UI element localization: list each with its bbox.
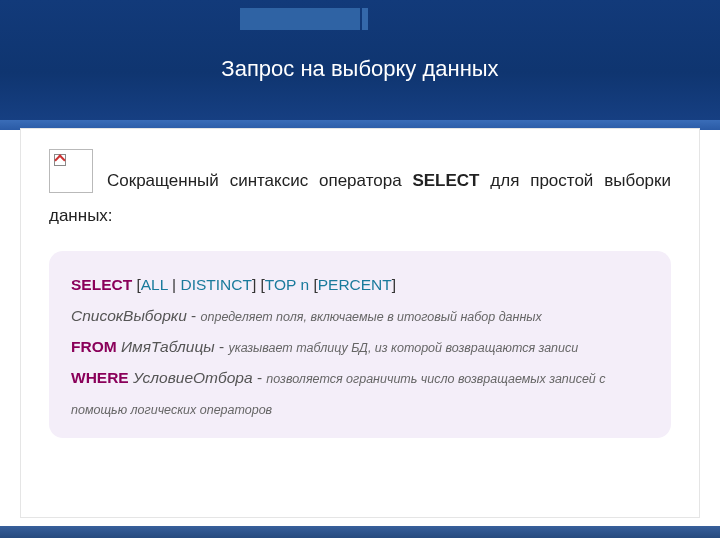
kw-all: ALL (141, 276, 168, 293)
lead-keyword: SELECT (412, 171, 479, 190)
slide: Запрос на выборку данных Сокращенный син… (0, 0, 720, 540)
dash1: - (187, 307, 201, 324)
lead-text-1: Сокращенный синтаксис оператора (107, 171, 412, 190)
lead-paragraph: Сокращенный синтаксис оператора SELECT д… (49, 164, 671, 234)
arg-cond: УсловиеОтбора (133, 369, 253, 386)
content-card: Сокращенный синтаксис оператора SELECT д… (20, 128, 700, 518)
kw-top: TOP (265, 276, 296, 293)
kw-percent: PERCENT (318, 276, 392, 293)
syntax-line-from: FROM ИмяТаблицы - указывает таблицу БД, … (71, 331, 649, 362)
top-deco-sliver (362, 8, 368, 30)
pipe: | (168, 276, 181, 293)
dash2: - (215, 338, 229, 355)
page-title: Запрос на выборку данных (0, 56, 720, 82)
syntax-box: SELECT [ALL | DISTINCT] [TOP n [PERCENT]… (49, 251, 671, 438)
broken-image-icon (49, 149, 93, 193)
syntax-line-where: WHERE УсловиеОтбора - позволяется ограни… (71, 362, 649, 424)
dash3: - (253, 369, 267, 386)
bracket-open-2: [ (309, 276, 318, 293)
syntax-line-select: SELECT [ALL | DISTINCT] [TOP n [PERCENT] (71, 269, 649, 300)
syntax-line-spisok: СписокВыборки - определяет поля, включае… (71, 300, 649, 331)
desc-from: указывает таблицу БД, из которой возвращ… (228, 341, 578, 355)
arg-table: ИмяТаблицы (121, 338, 215, 355)
kw-n: n (300, 276, 309, 293)
kw-from: FROM (71, 338, 117, 355)
bottom-bar (0, 526, 720, 538)
bracket-open-1: [ (132, 276, 141, 293)
bracket-mid: ] [ (252, 276, 265, 293)
kw-select: SELECT (71, 276, 132, 293)
top-deco-block (240, 8, 360, 30)
bracket-close-2: ] (392, 276, 396, 293)
kw-where: WHERE (71, 369, 129, 386)
desc-spisok: определяет поля, включаемые в итоговый н… (201, 310, 542, 324)
arg-spisok: СписокВыборки (71, 307, 187, 324)
kw-distinct: DISTINCT (180, 276, 251, 293)
